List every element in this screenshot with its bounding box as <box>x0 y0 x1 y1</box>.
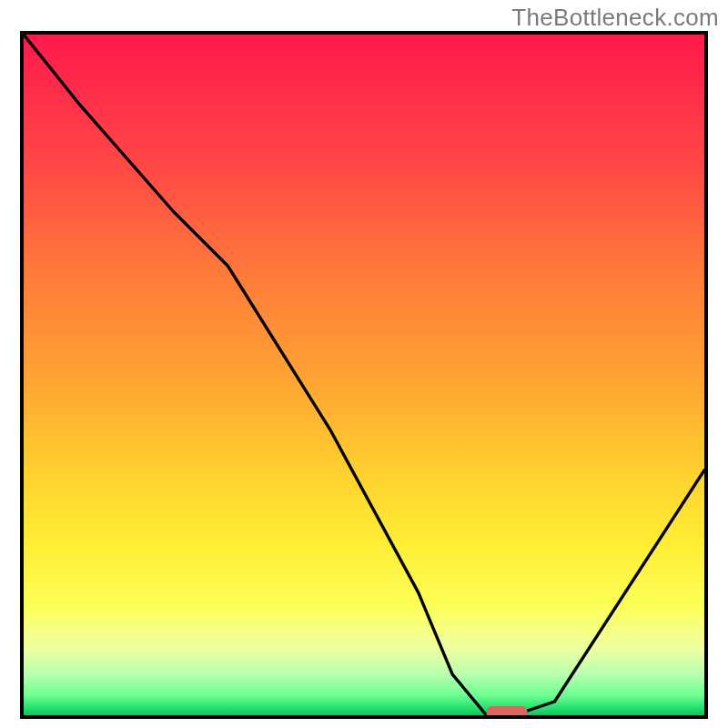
curve-layer <box>24 35 704 715</box>
plot-area <box>20 31 708 719</box>
bottleneck-curve <box>24 35 704 715</box>
watermark-text: TheBottleneck.com <box>511 4 719 32</box>
chart-container: TheBottleneck.com <box>0 0 728 728</box>
optimal-marker <box>487 706 528 715</box>
